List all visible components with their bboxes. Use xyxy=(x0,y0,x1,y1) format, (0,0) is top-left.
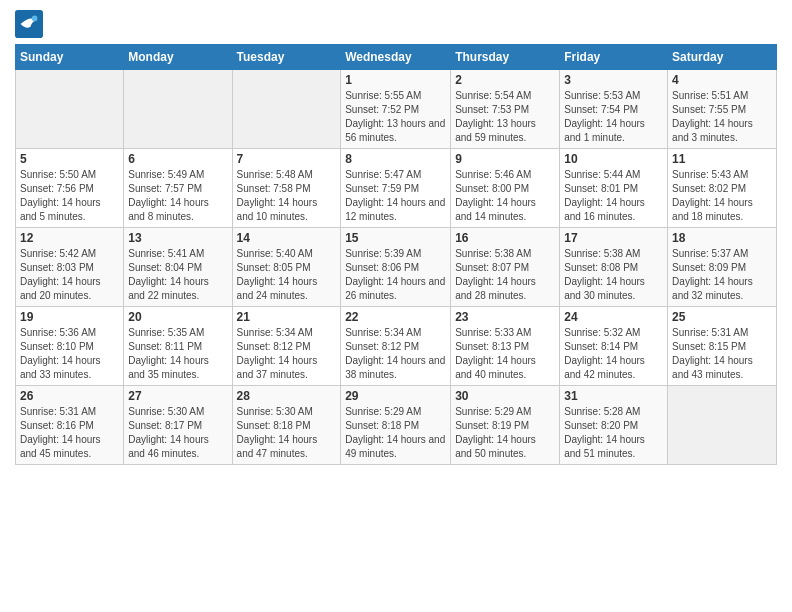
day-info: Sunrise: 5:55 AMSunset: 7:52 PMDaylight:… xyxy=(345,89,446,145)
calendar-cell: 30Sunrise: 5:29 AMSunset: 8:19 PMDayligh… xyxy=(451,386,560,465)
week-row-4: 19Sunrise: 5:36 AMSunset: 8:10 PMDayligh… xyxy=(16,307,777,386)
calendar-cell: 17Sunrise: 5:38 AMSunset: 8:08 PMDayligh… xyxy=(560,228,668,307)
day-number: 27 xyxy=(128,389,227,403)
day-number: 14 xyxy=(237,231,337,245)
day-info: Sunrise: 5:43 AMSunset: 8:02 PMDaylight:… xyxy=(672,168,772,224)
day-number: 8 xyxy=(345,152,446,166)
weekday-header-sunday: Sunday xyxy=(16,45,124,70)
calendar-cell: 7Sunrise: 5:48 AMSunset: 7:58 PMDaylight… xyxy=(232,149,341,228)
calendar-cell: 12Sunrise: 5:42 AMSunset: 8:03 PMDayligh… xyxy=(16,228,124,307)
day-number: 4 xyxy=(672,73,772,87)
day-info: Sunrise: 5:44 AMSunset: 8:01 PMDaylight:… xyxy=(564,168,663,224)
calendar-cell: 13Sunrise: 5:41 AMSunset: 8:04 PMDayligh… xyxy=(124,228,232,307)
day-number: 5 xyxy=(20,152,119,166)
day-info: Sunrise: 5:49 AMSunset: 7:57 PMDaylight:… xyxy=(128,168,227,224)
weekday-header-thursday: Thursday xyxy=(451,45,560,70)
calendar-cell: 16Sunrise: 5:38 AMSunset: 8:07 PMDayligh… xyxy=(451,228,560,307)
logo-icon xyxy=(15,10,43,38)
calendar-cell: 31Sunrise: 5:28 AMSunset: 8:20 PMDayligh… xyxy=(560,386,668,465)
day-number: 7 xyxy=(237,152,337,166)
day-info: Sunrise: 5:38 AMSunset: 8:07 PMDaylight:… xyxy=(455,247,555,303)
day-info: Sunrise: 5:41 AMSunset: 8:04 PMDaylight:… xyxy=(128,247,227,303)
calendar-cell: 27Sunrise: 5:30 AMSunset: 8:17 PMDayligh… xyxy=(124,386,232,465)
calendar-cell: 2Sunrise: 5:54 AMSunset: 7:53 PMDaylight… xyxy=(451,70,560,149)
calendar-table: SundayMondayTuesdayWednesdayThursdayFrid… xyxy=(15,44,777,465)
day-info: Sunrise: 5:30 AMSunset: 8:18 PMDaylight:… xyxy=(237,405,337,461)
day-info: Sunrise: 5:31 AMSunset: 8:16 PMDaylight:… xyxy=(20,405,119,461)
calendar-cell xyxy=(16,70,124,149)
day-number: 13 xyxy=(128,231,227,245)
day-info: Sunrise: 5:50 AMSunset: 7:56 PMDaylight:… xyxy=(20,168,119,224)
calendar-cell: 28Sunrise: 5:30 AMSunset: 8:18 PMDayligh… xyxy=(232,386,341,465)
day-number: 9 xyxy=(455,152,555,166)
calendar-cell: 9Sunrise: 5:46 AMSunset: 8:00 PMDaylight… xyxy=(451,149,560,228)
day-info: Sunrise: 5:33 AMSunset: 8:13 PMDaylight:… xyxy=(455,326,555,382)
day-info: Sunrise: 5:34 AMSunset: 8:12 PMDaylight:… xyxy=(237,326,337,382)
week-row-3: 12Sunrise: 5:42 AMSunset: 8:03 PMDayligh… xyxy=(16,228,777,307)
weekday-header-monday: Monday xyxy=(124,45,232,70)
day-info: Sunrise: 5:42 AMSunset: 8:03 PMDaylight:… xyxy=(20,247,119,303)
header xyxy=(15,10,777,38)
day-number: 17 xyxy=(564,231,663,245)
calendar-cell: 19Sunrise: 5:36 AMSunset: 8:10 PMDayligh… xyxy=(16,307,124,386)
day-info: Sunrise: 5:40 AMSunset: 8:05 PMDaylight:… xyxy=(237,247,337,303)
day-number: 20 xyxy=(128,310,227,324)
day-number: 21 xyxy=(237,310,337,324)
day-info: Sunrise: 5:38 AMSunset: 8:08 PMDaylight:… xyxy=(564,247,663,303)
day-number: 22 xyxy=(345,310,446,324)
day-number: 11 xyxy=(672,152,772,166)
day-number: 10 xyxy=(564,152,663,166)
day-info: Sunrise: 5:35 AMSunset: 8:11 PMDaylight:… xyxy=(128,326,227,382)
day-number: 1 xyxy=(345,73,446,87)
week-row-5: 26Sunrise: 5:31 AMSunset: 8:16 PMDayligh… xyxy=(16,386,777,465)
week-row-2: 5Sunrise: 5:50 AMSunset: 7:56 PMDaylight… xyxy=(16,149,777,228)
weekday-header-wednesday: Wednesday xyxy=(341,45,451,70)
calendar-cell: 25Sunrise: 5:31 AMSunset: 8:15 PMDayligh… xyxy=(668,307,777,386)
day-info: Sunrise: 5:28 AMSunset: 8:20 PMDaylight:… xyxy=(564,405,663,461)
day-number: 12 xyxy=(20,231,119,245)
calendar-cell: 20Sunrise: 5:35 AMSunset: 8:11 PMDayligh… xyxy=(124,307,232,386)
day-number: 28 xyxy=(237,389,337,403)
day-info: Sunrise: 5:34 AMSunset: 8:12 PMDaylight:… xyxy=(345,326,446,382)
day-number: 26 xyxy=(20,389,119,403)
calendar-cell: 10Sunrise: 5:44 AMSunset: 8:01 PMDayligh… xyxy=(560,149,668,228)
day-info: Sunrise: 5:32 AMSunset: 8:14 PMDaylight:… xyxy=(564,326,663,382)
calendar-cell xyxy=(124,70,232,149)
weekday-header-tuesday: Tuesday xyxy=(232,45,341,70)
day-number: 15 xyxy=(345,231,446,245)
calendar-cell: 21Sunrise: 5:34 AMSunset: 8:12 PMDayligh… xyxy=(232,307,341,386)
day-info: Sunrise: 5:54 AMSunset: 7:53 PMDaylight:… xyxy=(455,89,555,145)
day-number: 16 xyxy=(455,231,555,245)
day-info: Sunrise: 5:47 AMSunset: 7:59 PMDaylight:… xyxy=(345,168,446,224)
calendar-cell: 29Sunrise: 5:29 AMSunset: 8:18 PMDayligh… xyxy=(341,386,451,465)
day-number: 23 xyxy=(455,310,555,324)
calendar-cell: 5Sunrise: 5:50 AMSunset: 7:56 PMDaylight… xyxy=(16,149,124,228)
calendar-cell: 26Sunrise: 5:31 AMSunset: 8:16 PMDayligh… xyxy=(16,386,124,465)
day-number: 2 xyxy=(455,73,555,87)
day-info: Sunrise: 5:31 AMSunset: 8:15 PMDaylight:… xyxy=(672,326,772,382)
day-info: Sunrise: 5:29 AMSunset: 8:18 PMDaylight:… xyxy=(345,405,446,461)
calendar-cell: 8Sunrise: 5:47 AMSunset: 7:59 PMDaylight… xyxy=(341,149,451,228)
weekday-header-row: SundayMondayTuesdayWednesdayThursdayFrid… xyxy=(16,45,777,70)
day-info: Sunrise: 5:29 AMSunset: 8:19 PMDaylight:… xyxy=(455,405,555,461)
svg-point-1 xyxy=(32,16,38,22)
calendar-cell: 14Sunrise: 5:40 AMSunset: 8:05 PMDayligh… xyxy=(232,228,341,307)
day-number: 19 xyxy=(20,310,119,324)
logo xyxy=(15,10,47,38)
calendar-cell: 18Sunrise: 5:37 AMSunset: 8:09 PMDayligh… xyxy=(668,228,777,307)
calendar-cell: 23Sunrise: 5:33 AMSunset: 8:13 PMDayligh… xyxy=(451,307,560,386)
calendar-cell: 1Sunrise: 5:55 AMSunset: 7:52 PMDaylight… xyxy=(341,70,451,149)
day-info: Sunrise: 5:36 AMSunset: 8:10 PMDaylight:… xyxy=(20,326,119,382)
calendar-cell: 11Sunrise: 5:43 AMSunset: 8:02 PMDayligh… xyxy=(668,149,777,228)
weekday-header-friday: Friday xyxy=(560,45,668,70)
day-number: 31 xyxy=(564,389,663,403)
day-number: 18 xyxy=(672,231,772,245)
day-info: Sunrise: 5:53 AMSunset: 7:54 PMDaylight:… xyxy=(564,89,663,145)
day-info: Sunrise: 5:51 AMSunset: 7:55 PMDaylight:… xyxy=(672,89,772,145)
day-number: 3 xyxy=(564,73,663,87)
calendar-cell: 15Sunrise: 5:39 AMSunset: 8:06 PMDayligh… xyxy=(341,228,451,307)
day-info: Sunrise: 5:37 AMSunset: 8:09 PMDaylight:… xyxy=(672,247,772,303)
calendar-cell: 22Sunrise: 5:34 AMSunset: 8:12 PMDayligh… xyxy=(341,307,451,386)
day-info: Sunrise: 5:30 AMSunset: 8:17 PMDaylight:… xyxy=(128,405,227,461)
day-number: 6 xyxy=(128,152,227,166)
